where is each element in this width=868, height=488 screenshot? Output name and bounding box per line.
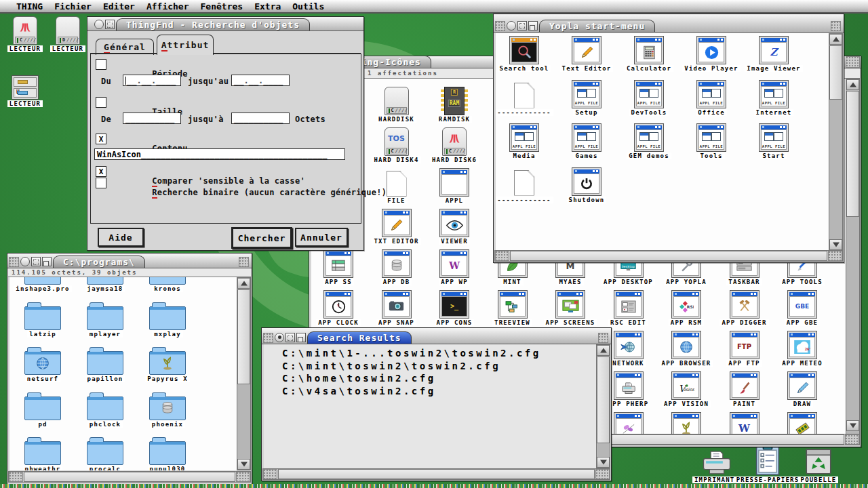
scroll-up-icon[interactable] bbox=[237, 278, 250, 289]
results-hgrip-left[interactable] bbox=[263, 469, 277, 479]
icon-search-tool[interactable]: Search tool bbox=[496, 35, 554, 72]
result-line[interactable]: C:\v4sa\toswin2.cfg bbox=[282, 385, 596, 398]
icon-kronos[interactable]: kronos bbox=[138, 277, 197, 292]
programs-vthumb[interactable] bbox=[237, 289, 250, 384]
size-from-field[interactable]: __________ bbox=[123, 113, 181, 124]
scroll-down-icon[interactable] bbox=[829, 239, 842, 250]
icon-app-screens[interactable]: APP SCREENS bbox=[542, 289, 599, 326]
yopla-titlebar-grip-right[interactable] bbox=[831, 21, 841, 31]
results-titlebar[interactable]: Search Results bbox=[262, 328, 611, 344]
tab-attribut[interactable]: Attribut bbox=[157, 35, 214, 55]
results-vthumb[interactable] bbox=[597, 357, 610, 443]
icon-setup[interactable]: APPL FILESetup bbox=[557, 79, 616, 116]
icon-paint[interactable]: PAINT bbox=[716, 370, 773, 407]
contenu-checkbox[interactable]: X bbox=[96, 134, 106, 144]
fuller-icon[interactable] bbox=[517, 21, 527, 30]
icon-procalc[interactable]: procalc bbox=[75, 435, 135, 470]
icon-viewer[interactable]: VIEWER bbox=[426, 207, 483, 245]
icon-tools[interactable]: APPL FILETools bbox=[682, 122, 741, 159]
menu-item-extra[interactable]: Extra bbox=[254, 1, 281, 12]
date-to-field[interactable]: __.__.____ bbox=[231, 75, 290, 86]
icon-presse-papiers[interactable]: PRESSE-PAPIERS bbox=[739, 446, 796, 483]
iconify-icon[interactable] bbox=[105, 20, 115, 29]
icon-inshape3-pro[interactable]: inshape3.pro bbox=[13, 277, 73, 292]
icon-games[interactable]: APPL FILEGames bbox=[557, 122, 616, 159]
icon-papyrus-x[interactable]: Papyrus X bbox=[138, 345, 197, 382]
icon-jaymsa18[interactable]: jaymsa18 bbox=[75, 277, 135, 292]
icon-phweathr[interactable]: phweathr bbox=[13, 435, 73, 470]
scroll-up-icon[interactable] bbox=[597, 345, 610, 356]
icon-calculator[interactable]: Calculator bbox=[619, 35, 679, 72]
icon-app-ftp[interactable]: FTPAPP FTP bbox=[716, 329, 773, 367]
binaire-checkbox[interactable] bbox=[96, 178, 106, 188]
icon-untitled[interactable]: W bbox=[716, 411, 773, 434]
comparer-checkbox[interactable]: X bbox=[96, 166, 106, 177]
yopla-titlebar-grip-left[interactable] bbox=[495, 21, 505, 31]
iconify-icon[interactable] bbox=[528, 21, 538, 30]
icon-phclock[interactable]: phclock bbox=[75, 390, 135, 428]
icon-pd[interactable]: pd bbox=[13, 390, 73, 428]
fuller-icon[interactable] bbox=[285, 333, 295, 342]
results-hgrip-right[interactable] bbox=[595, 469, 610, 479]
programs-titlebar-grip-left[interactable] bbox=[9, 257, 19, 267]
icon-text-editor[interactable]: Text Editor bbox=[557, 35, 616, 72]
icon-poubelle[interactable]: POUBELLE bbox=[790, 446, 847, 483]
menu-item-afficher[interactable]: Afficher bbox=[146, 1, 189, 12]
icon-app-ss[interactable]: APP SS bbox=[311, 248, 367, 285]
icon-app-snap[interactable]: APP SNAP bbox=[368, 289, 425, 326]
icon-untitled[interactable]: ------------ bbox=[496, 166, 554, 203]
contenu-field[interactable]: WinAsIcon_______________________________… bbox=[94, 148, 345, 160]
close-icon[interactable] bbox=[275, 333, 284, 342]
result-line[interactable]: C:\mint\toswin2\toswin2.cfg bbox=[282, 360, 596, 373]
icon-mplayer[interactable]: mplayer bbox=[75, 300, 135, 338]
icon-appl[interactable]: APPL bbox=[426, 167, 483, 204]
icon-internet[interactable]: APPL FILEInternet bbox=[744, 79, 804, 116]
result-line[interactable]: C:\mint\1-...toswin2\toswin2.cfg bbox=[282, 347, 596, 360]
icon-gem-demos[interactable]: APPL FILEGEM demos bbox=[619, 122, 679, 159]
aide-button[interactable]: Aide bbox=[98, 228, 144, 247]
date-from-field[interactable]: __.__.____ bbox=[123, 75, 181, 86]
icon-image-viewer[interactable]: ZImage Viewer bbox=[744, 35, 804, 72]
results-hscrollbar[interactable] bbox=[262, 468, 610, 480]
icon-hard-disk4[interactable]: TOSC////HARD DISK4 bbox=[368, 126, 425, 163]
icon-pupul030[interactable]: pupul030 bbox=[138, 435, 197, 470]
fuller-icon[interactable] bbox=[31, 257, 41, 266]
icon-office[interactable]: APPL FILEOffice bbox=[682, 79, 741, 116]
icon-media[interactable]: APPL FILEMedia bbox=[496, 122, 554, 159]
close-icon[interactable] bbox=[94, 20, 104, 29]
icon-app-vision[interactable]: VisionAPP VISION bbox=[658, 370, 715, 407]
icon-app-digger[interactable]: APP DIGGER bbox=[716, 289, 773, 326]
result-line[interactable]: C:\home\toswin2.cfg bbox=[282, 372, 596, 385]
size-to-field[interactable]: __________ bbox=[231, 113, 290, 124]
icon-rsc-edit[interactable]: RSC EDIT bbox=[600, 289, 657, 326]
icon-app-meteo[interactable]: 26°APP METEO bbox=[774, 329, 831, 367]
programs-titlebar-grip-right[interactable] bbox=[239, 257, 249, 267]
icon-app-cons[interactable]: >_APP CONS bbox=[426, 289, 483, 326]
icon-treeview[interactable]: TREEVIEW bbox=[484, 289, 541, 326]
yopla-vscrollbar[interactable] bbox=[829, 33, 843, 251]
chercher-button[interactable]: Chercher bbox=[231, 227, 292, 249]
icon-app-wp[interactable]: WAPP WP bbox=[426, 248, 483, 285]
annuler-button[interactable]: Annuler bbox=[295, 228, 348, 247]
scroll-down-icon[interactable] bbox=[237, 459, 250, 470]
icon-app-db[interactable]: APP DB bbox=[368, 248, 425, 285]
programs-hthumb[interactable] bbox=[24, 472, 235, 482]
icon-untitled[interactable] bbox=[774, 411, 831, 434]
icon-untitled[interactable]: ------------ bbox=[496, 79, 554, 116]
icon-mxplay[interactable]: mxplay bbox=[138, 300, 197, 338]
results-titlebar-grip-right[interactable] bbox=[598, 333, 608, 343]
icon-app-gbe[interactable]: GBEAPP GBE bbox=[774, 289, 831, 326]
icon-start[interactable]: APPL FILEStart bbox=[744, 122, 804, 159]
yopla-hthumb[interactable] bbox=[510, 251, 827, 261]
icon-draw[interactable]: DRAW bbox=[774, 370, 831, 407]
icon-txt-editor[interactable]: TXT EDITOR bbox=[368, 207, 425, 245]
yopla-hscrollbar[interactable] bbox=[494, 250, 843, 262]
icon-video-player[interactable]: Video Player bbox=[682, 35, 741, 72]
icon-papillon[interactable]: papillon bbox=[75, 345, 135, 382]
programs-hgrip-left[interactable] bbox=[9, 472, 23, 482]
yopla-hgrip-right[interactable] bbox=[828, 251, 842, 261]
icon-shutdown[interactable]: Shutdown bbox=[557, 166, 616, 203]
thing-icones-vthumb[interactable] bbox=[846, 91, 859, 217]
iconify-icon[interactable] bbox=[42, 257, 52, 266]
yopla-vthumb[interactable] bbox=[829, 45, 842, 100]
